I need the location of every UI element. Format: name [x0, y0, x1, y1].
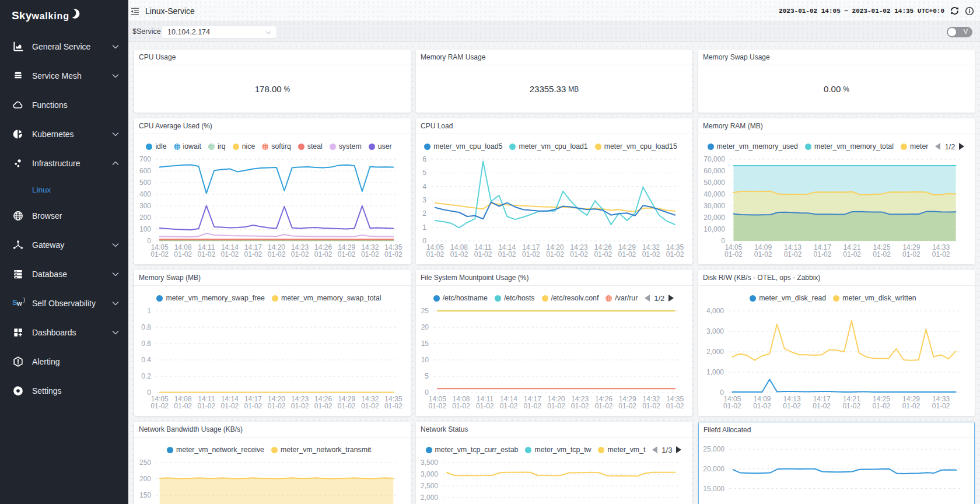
svg-text:01-02: 01-02 [784, 250, 802, 258]
svg-text:01-02: 01-02 [361, 250, 379, 258]
svg-text:01-02: 01-02 [197, 250, 215, 258]
svg-text:01-02: 01-02 [498, 250, 516, 258]
svg-text:20: 20 [421, 323, 429, 331]
svg-text:4,000: 4,000 [706, 307, 724, 315]
svg-text:01-02: 01-02 [570, 250, 588, 258]
svg-text:2: 2 [422, 209, 426, 218]
svg-text:01-02: 01-02 [452, 402, 470, 410]
svg-text:50,000: 50,000 [704, 178, 725, 187]
svg-text:700: 700 [139, 155, 151, 163]
svg-text:01-02: 01-02 [291, 250, 309, 258]
svg-text:25,000: 25,000 [703, 445, 724, 453]
svg-text:60,000: 60,000 [704, 167, 725, 175]
svg-text:4: 4 [422, 183, 426, 191]
svg-text:300: 300 [139, 202, 151, 210]
svg-text:01-02: 01-02 [476, 402, 494, 410]
svg-text:01-02: 01-02 [814, 250, 832, 258]
svg-text:01-02: 01-02 [902, 402, 921, 410]
svg-text:200: 200 [139, 475, 151, 483]
svg-text:01-02: 01-02 [642, 250, 660, 258]
svg-text:600: 600 [139, 167, 151, 175]
svg-text:3: 3 [422, 196, 426, 204]
svg-text:30,000: 30,000 [704, 202, 725, 210]
svg-text:1: 1 [147, 307, 151, 315]
svg-text:01-02: 01-02 [174, 250, 192, 258]
svg-text:400: 400 [139, 190, 151, 198]
svg-text:70,000: 70,000 [704, 155, 725, 163]
svg-text:500: 500 [139, 178, 151, 187]
svg-text:01-02: 01-02 [724, 250, 743, 258]
svg-text:2,000: 2,000 [706, 348, 724, 356]
svg-text:01-02: 01-02 [428, 402, 446, 410]
svg-text:01-02: 01-02 [642, 402, 660, 410]
svg-text:01-02: 01-02 [500, 402, 518, 410]
svg-text:01-02: 01-02 [338, 402, 356, 410]
svg-text:01-02: 01-02 [244, 402, 262, 410]
svg-text:01-02: 01-02 [873, 250, 891, 258]
svg-text:01-02: 01-02 [753, 402, 771, 410]
svg-text:15: 15 [421, 340, 429, 348]
svg-text:250: 250 [139, 459, 151, 467]
svg-text:1,000: 1,000 [706, 368, 724, 376]
svg-text:0.8: 0.8 [141, 323, 151, 331]
svg-text:15,000: 15,000 [703, 485, 724, 493]
svg-text:5: 5 [425, 372, 429, 380]
svg-text:20,000: 20,000 [704, 214, 725, 222]
svg-text:01-02: 01-02 [783, 402, 801, 410]
svg-text:6: 6 [422, 155, 426, 163]
svg-text:01-02: 01-02 [932, 250, 950, 258]
svg-text:01-02: 01-02 [291, 402, 309, 410]
svg-text:01-02: 01-02 [902, 250, 921, 258]
svg-text:0.2: 0.2 [141, 372, 151, 380]
svg-text:40,000: 40,000 [704, 190, 725, 198]
svg-text:01-02: 01-02 [932, 402, 950, 410]
svg-text:01-02: 01-02 [666, 250, 684, 258]
svg-text:01-02: 01-02 [547, 402, 565, 410]
svg-text:01-02: 01-02 [546, 250, 564, 258]
svg-text:01-02: 01-02 [595, 402, 613, 410]
svg-text:01-02: 01-02 [842, 402, 860, 410]
svg-text:3,000: 3,000 [706, 327, 724, 335]
svg-text:01-02: 01-02 [314, 402, 332, 410]
svg-text:01-02: 01-02 [594, 250, 612, 258]
svg-text:01-02: 01-02 [361, 402, 379, 410]
svg-text:2,500: 2,500 [421, 482, 438, 490]
svg-text:01-02: 01-02 [474, 250, 492, 258]
svg-text:01-02: 01-02 [197, 402, 215, 410]
svg-text:01-02: 01-02 [618, 402, 636, 410]
svg-text:1: 1 [422, 223, 426, 232]
svg-text:01-02: 01-02 [221, 250, 239, 258]
svg-text:10,000: 10,000 [704, 225, 725, 233]
svg-text:01-02: 01-02 [221, 402, 239, 410]
svg-text:2,000: 2,000 [421, 494, 438, 502]
svg-text:3,500: 3,500 [421, 459, 438, 467]
svg-text:10: 10 [421, 356, 429, 364]
svg-text:01-02: 01-02 [723, 402, 741, 410]
svg-text:01-02: 01-02 [426, 250, 444, 258]
svg-text:01-02: 01-02 [268, 402, 286, 410]
svg-text:5: 5 [422, 169, 426, 177]
svg-text:3,000: 3,000 [421, 470, 438, 478]
svg-text:100: 100 [139, 225, 151, 233]
svg-text:0.4: 0.4 [141, 356, 151, 364]
svg-text:01-02: 01-02 [384, 402, 402, 410]
svg-text:200: 200 [139, 214, 151, 222]
svg-text:01-02: 01-02 [522, 250, 540, 258]
svg-text:01-02: 01-02 [384, 250, 402, 258]
svg-text:01-02: 01-02 [571, 402, 589, 410]
svg-text:20,000: 20,000 [703, 465, 724, 473]
svg-text:01-02: 01-02 [268, 250, 286, 258]
svg-text:01-02: 01-02 [314, 250, 332, 258]
svg-text:01-02: 01-02 [450, 250, 468, 258]
svg-text:01-02: 01-02 [754, 250, 772, 258]
svg-text:01-02: 01-02 [873, 402, 891, 410]
svg-text:01-02: 01-02 [618, 250, 636, 258]
svg-text:01-02: 01-02 [523, 402, 541, 410]
svg-text:01-02: 01-02 [813, 402, 831, 410]
svg-text:01-02: 01-02 [150, 250, 169, 258]
svg-text:150: 150 [139, 491, 151, 499]
svg-text:01-02: 01-02 [174, 402, 192, 410]
svg-text:01-02: 01-02 [150, 402, 169, 410]
svg-text:0.6: 0.6 [141, 340, 151, 348]
svg-text:01-02: 01-02 [244, 250, 262, 258]
